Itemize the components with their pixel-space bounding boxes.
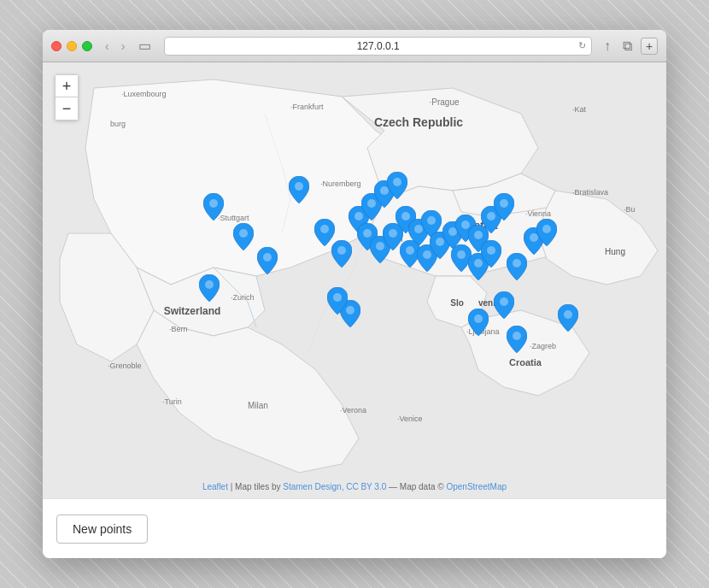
leaflet-link[interactable]: Leaflet xyxy=(202,482,228,491)
map-pin[interactable] xyxy=(199,274,220,302)
map-pin[interactable] xyxy=(468,309,489,336)
svg-text:burg: burg xyxy=(110,120,126,128)
svg-text:·Grenoble: ·Grenoble xyxy=(108,362,142,370)
svg-point-32 xyxy=(205,280,214,289)
map-container[interactable]: Czech Republic Austria Switzerland Croat… xyxy=(43,62,666,498)
map-pin[interactable] xyxy=(257,247,278,274)
osm-link[interactable]: OpenStreetMap xyxy=(446,482,507,491)
map-pin[interactable] xyxy=(481,240,501,268)
address-bar[interactable]: 127.0.0.1 ↻ xyxy=(164,37,592,56)
svg-point-34 xyxy=(320,225,329,233)
url-text: 127.0.0.1 xyxy=(357,40,400,52)
svg-text:Hung: Hung xyxy=(605,247,625,256)
traffic-lights xyxy=(51,41,92,51)
map-svg: Czech Republic Austria Switzerland Croat… xyxy=(43,62,666,498)
svg-point-45 xyxy=(427,216,436,225)
svg-text:Switzerland: Switzerland xyxy=(164,305,221,317)
svg-text:·Bu: ·Bu xyxy=(624,205,636,214)
svg-text:·Verona: ·Verona xyxy=(340,406,366,415)
stamen-link[interactable]: Stamen Design, CC BY 3.0 xyxy=(283,482,386,491)
svg-point-60 xyxy=(500,297,508,306)
zoom-out-button[interactable]: − xyxy=(56,97,78,120)
new-tab-button[interactable]: + xyxy=(641,38,658,55)
reload-button[interactable]: ↻ xyxy=(578,40,586,51)
svg-point-57 xyxy=(513,259,521,268)
bottom-bar: New points xyxy=(43,498,666,558)
nav-buttons: ‹ › xyxy=(101,38,129,55)
svg-point-56 xyxy=(487,246,495,255)
svg-point-59 xyxy=(542,225,551,233)
map-pin[interactable] xyxy=(289,176,309,203)
svg-text:·Turin: ·Turin xyxy=(162,397,182,406)
svg-point-33 xyxy=(295,182,303,191)
svg-point-30 xyxy=(239,229,248,238)
map-pin[interactable] xyxy=(233,223,254,250)
map-pin[interactable] xyxy=(331,240,352,268)
svg-point-29 xyxy=(209,199,218,208)
svg-point-63 xyxy=(564,310,572,319)
svg-text:·Frankfurt: ·Frankfurt xyxy=(290,103,324,111)
map-pin[interactable] xyxy=(494,193,514,220)
svg-point-53 xyxy=(500,199,508,208)
toolbar-right: ↑ ⧉ + xyxy=(601,37,658,56)
svg-point-54 xyxy=(457,250,466,259)
forward-button[interactable]: › xyxy=(117,38,130,55)
map-attribution: Leaflet | Map tiles by Stamen Design, CC… xyxy=(43,482,666,491)
svg-text:Czech Republic: Czech Republic xyxy=(374,115,463,129)
duplicate-button[interactable]: ⧉ xyxy=(619,37,636,56)
svg-text:·Luxembourg: ·Luxembourg xyxy=(121,90,167,98)
back-button[interactable]: ‹ xyxy=(101,38,114,55)
map-pin[interactable] xyxy=(507,326,527,353)
new-points-button[interactable]: New points xyxy=(56,514,148,544)
svg-point-31 xyxy=(263,253,272,262)
svg-point-39 xyxy=(393,178,401,186)
svg-text:·Nuremberg: ·Nuremberg xyxy=(320,179,361,188)
share-button[interactable]: ↑ xyxy=(601,37,614,56)
svg-point-61 xyxy=(474,315,483,323)
map-pin[interactable] xyxy=(203,193,224,220)
maximize-button[interactable] xyxy=(82,41,92,51)
map-pin[interactable] xyxy=(494,291,514,319)
sidebar-toggle-button[interactable]: ▭ xyxy=(134,36,155,56)
map-pin[interactable] xyxy=(536,219,557,246)
map-pin[interactable] xyxy=(387,172,407,199)
title-bar: ‹ › ▭ 127.0.0.1 ↻ ↑ ⧉ + xyxy=(43,30,666,62)
map-pin[interactable] xyxy=(327,287,348,315)
zoom-in-button[interactable]: + xyxy=(56,75,78,97)
minimize-button[interactable] xyxy=(67,41,77,51)
attribution-sep1: | Map tiles by xyxy=(228,482,283,491)
map-pin[interactable] xyxy=(507,253,527,280)
svg-text:·Zurich: ·Zurich xyxy=(231,293,255,302)
svg-text:·Vi: ·Vi xyxy=(525,209,534,218)
attribution-sep2: — Map data © xyxy=(386,482,446,491)
svg-text:·Venice: ·Venice xyxy=(397,415,423,423)
svg-text:·Bratislava: ·Bratislava xyxy=(572,188,608,197)
close-button[interactable] xyxy=(51,41,62,51)
svg-text:Croatia: Croatia xyxy=(509,357,542,368)
svg-text:·Prague: ·Prague xyxy=(429,97,459,107)
svg-text:·Zagreb: ·Zagreb xyxy=(530,342,556,350)
browser-window: ‹ › ▭ 127.0.0.1 ↻ ↑ ⧉ + xyxy=(43,30,666,558)
svg-point-35 xyxy=(337,246,346,255)
svg-text:·Bern: ·Bern xyxy=(169,325,188,333)
zoom-controls: + − xyxy=(55,74,79,121)
svg-text:Milan: Milan xyxy=(248,401,268,410)
map-pin[interactable] xyxy=(558,304,578,332)
svg-point-65 xyxy=(333,293,342,302)
svg-point-62 xyxy=(513,332,521,340)
svg-text:·Kat: ·Kat xyxy=(572,105,587,114)
svg-text:Slo: Slo xyxy=(450,298,464,308)
svg-text:enna: enna xyxy=(534,209,551,218)
svg-point-46 xyxy=(406,246,414,255)
